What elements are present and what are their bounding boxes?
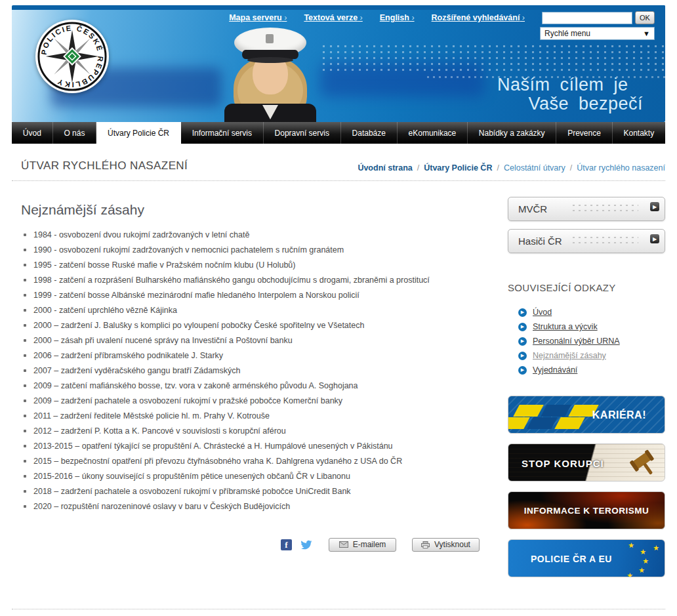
eu-star-icon: ★ — [628, 541, 634, 550]
list-item: 2000 – zadržení J. Balušky s komplici po… — [21, 321, 480, 331]
link-site-map[interactable]: Mapa serveru — [229, 13, 287, 22]
list-item: 2018 – zadržení pachatele a osvobození r… — [21, 487, 480, 497]
related-link-vyjednavani[interactable]: ▶ Vyjednávání — [518, 365, 665, 375]
sidebar-button-label: MVČR — [518, 203, 547, 215]
tab-ekomunikace[interactable]: eKomunikace — [398, 122, 468, 144]
main-area: Nejznámější zásahy 1984 - osvobození dvo… — [12, 197, 665, 587]
dotted-texture — [571, 203, 638, 215]
search-input[interactable] — [542, 12, 632, 24]
dotted-texture — [571, 235, 638, 247]
arrow-bullet-icon: ▶ — [518, 337, 527, 346]
banner-label: STOP KORUPCI — [522, 458, 604, 469]
list-item: 2020 – rozpuštění narozeninové oslavy v … — [21, 503, 480, 512]
share-email-button[interactable]: E-mailem — [329, 538, 396, 552]
eu-star-icon: ★ — [638, 566, 645, 575]
related-link-label: Vyjednávání — [533, 365, 577, 375]
banner-label: POLICIE ČR A EU — [531, 554, 612, 564]
facebook-icon[interactable]: f — [281, 539, 292, 550]
tab-databaze[interactable]: Databáze — [341, 122, 398, 144]
print-button[interactable]: Vytisknout — [412, 538, 480, 552]
breadcrumb-home[interactable]: Úvodní strana — [358, 163, 412, 173]
header-top-bar: Mapa serveru Textová verze English Rozší… — [12, 11, 655, 24]
eu-star-icon: ★ — [640, 548, 646, 556]
sidebar-button-mvcr[interactable]: MVČR ▶ — [508, 197, 665, 221]
search-group: OK — [542, 11, 655, 24]
banner-policie-cr-a-eu[interactable]: POLICIE ČR A EU ★ ★ ★ ★ ★ ★ — [508, 539, 665, 577]
main-navigation: Úvod O nás Útvary Policie ČR Informační … — [12, 122, 665, 144]
link-text-version[interactable]: Textová verze — [304, 13, 362, 22]
twitter-icon[interactable] — [300, 539, 313, 550]
link-english[interactable]: English — [380, 13, 415, 22]
quick-menu-select[interactable]: Rychlé menu ▼ — [540, 27, 655, 40]
banner-label: KARIÉRA! — [592, 409, 646, 421]
search-ok-button[interactable]: OK — [635, 11, 655, 24]
slogan-line-1: Naším cílem je — [482, 75, 643, 95]
related-link-label: Struktura a výcvik — [533, 322, 598, 331]
tab-uvod[interactable]: Úvod — [12, 122, 53, 144]
page-content: POLICIE ČESKÉ REPUBLIKY Mapa serveru Te — [12, 0, 665, 616]
tab-o-nas[interactable]: O nás — [53, 122, 97, 144]
interventions-list: 1984 - osvobození dvou rukojmí zadržovan… — [21, 231, 480, 512]
list-item: 1990 - osvobození rukojmí zadržovaných v… — [21, 246, 480, 255]
title-breadcrumb-row: ÚTVAR RYCHLÉHO NASAZENÍ Úvodní strana / … — [12, 144, 665, 181]
checker-decoration — [513, 405, 544, 417]
list-item: 1998 - zatčení a rozprášení Bulharského … — [21, 276, 480, 285]
tab-informacni-servis[interactable]: Informační servis — [181, 122, 264, 144]
breadcrumb-separator: / — [417, 163, 419, 173]
list-item: 2011 – zadržení ředitele Městské policie… — [21, 412, 480, 421]
related-link-label: Nejznámější zásahy — [533, 351, 606, 360]
arrow-right-icon: ▶ — [650, 202, 659, 211]
header-slogan: Naším cílem je Vaše bezpečí — [482, 75, 643, 114]
share-email-label: E-mailem — [353, 540, 386, 549]
share-row: f E-mailem — [281, 538, 480, 552]
breadcrumb-separator: / — [497, 163, 499, 173]
tab-nabidky-a-zakazky[interactable]: Nabídky a zakázky — [468, 122, 556, 144]
breadcrumb-utvary[interactable]: Útvary Policie ČR — [424, 163, 492, 173]
sidebar-button-hasici-cr[interactable]: Hasiči ČR ▶ — [508, 229, 665, 253]
arrow-bullet-icon: ▶ — [518, 352, 527, 360]
tab-dopravni-servis[interactable]: Dopravní servis — [264, 122, 341, 144]
list-item: 2006 – zadržení příbramského podnikatele… — [21, 352, 480, 361]
page-title: ÚTVAR RYCHLÉHO NASAZENÍ — [21, 159, 188, 173]
tab-prevence[interactable]: Prevence — [556, 122, 612, 144]
tab-kontakty[interactable]: Kontakty — [613, 122, 665, 144]
checker-decoration — [541, 405, 571, 417]
police-cz-website: POLICIE ČESKÉ REPUBLIKY Mapa serveru Te — [0, 0, 677, 616]
related-links-heading: SOUVISEJÍCÍ ODKAZY — [508, 282, 665, 293]
related-links-list: ▶ Úvod ▶ Struktura a výcvik ▶ Personální… — [518, 308, 665, 375]
chevron-down-icon: ▼ — [643, 30, 650, 37]
related-link-personalni-vyber[interactable]: ▶ Personální výběr URNA — [518, 337, 665, 346]
banner-informace-k-terorismu[interactable]: INFORMACE K TERORISMU — [508, 491, 665, 529]
breadcrumb-celostatni[interactable]: Celostátní útvary — [504, 163, 565, 173]
checker-decoration — [508, 417, 530, 429]
banner-stop-korupci[interactable]: STOP KORUPCI — [508, 443, 665, 482]
arrow-bullet-icon: ▶ — [518, 323, 527, 331]
link-advanced-search[interactable]: Rozšířené vyhledávání — [432, 13, 525, 22]
list-item: 1984 - osvobození dvou rukojmí zadržovan… — [21, 231, 480, 240]
related-link-struktura[interactable]: ▶ Struktura a výcvik — [518, 322, 665, 331]
arrow-bullet-icon: ▶ — [518, 308, 527, 317]
tab-utvary-policie-cr[interactable]: Útvary Policie ČR — [96, 122, 181, 144]
photo-cap-peak — [247, 57, 293, 63]
site-header: POLICIE ČESKÉ REPUBLIKY Mapa serveru Te — [12, 5, 665, 122]
promo-banners: KARIÉRA! STOP KORUPCI — [508, 396, 665, 577]
breadcrumb: Úvodní strana / Útvary Policie ČR / Celo… — [358, 163, 665, 173]
gavel-icon — [625, 448, 659, 478]
envelope-icon — [339, 541, 348, 548]
checker-decoration — [527, 417, 558, 429]
list-item: 2012 – zadržení P. Kotta a K. Pancové v … — [21, 427, 480, 436]
arrow-right-icon: ▶ — [650, 234, 659, 243]
banner-kariera[interactable]: KARIÉRA! — [508, 396, 665, 434]
related-link-nejznamejsi-zasahy[interactable]: ▶ Nejznámější zásahy — [518, 351, 665, 360]
list-item: 2007 – zadržení vyděračského gangu bratř… — [21, 367, 480, 376]
slogan-line-2: Vaše bezpečí — [528, 94, 643, 114]
list-item: 2009 – zadržení pachatele a osvobození r… — [21, 397, 480, 406]
section-heading: Nejznámější zásahy — [21, 202, 480, 218]
related-link-uvod[interactable]: ▶ Úvod — [518, 308, 665, 317]
eu-star-icon: ★ — [653, 544, 659, 552]
list-item: 1995 - zatčení bosse Ruské mafie v Pražs… — [21, 261, 480, 270]
related-link-label: Personální výběr URNA — [533, 337, 620, 346]
policewoman-photo — [220, 24, 320, 122]
quick-menu-label: Rychlé menu — [544, 29, 590, 38]
list-item: 2015 – bezpečnostní opatření při převozu… — [21, 457, 480, 466]
